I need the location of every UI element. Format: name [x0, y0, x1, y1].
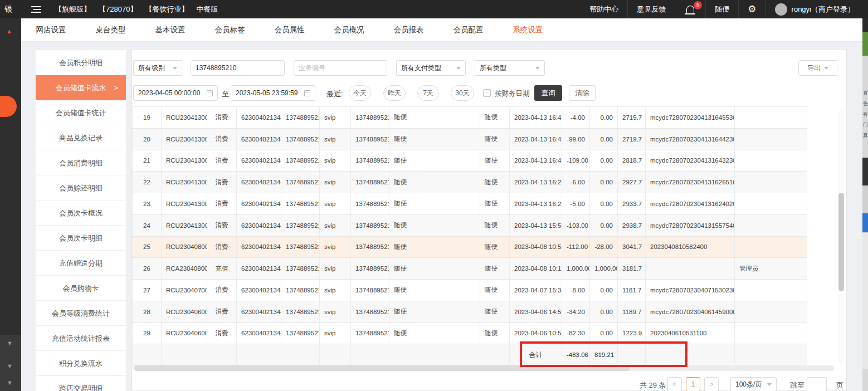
cell-card_no: 6230040213444 [237, 236, 281, 258]
notifications-button[interactable]: 5 [675, 0, 705, 18]
business-no-input[interactable] [299, 64, 382, 72]
sidebar-item-积分兑换流水[interactable]: 积分兑换流水 [36, 351, 126, 376]
vertical-scrollbar[interactable] [838, 109, 844, 365]
sidebar-item-会员消费明细[interactable]: 会员消费明细 [36, 150, 126, 175]
chevron-down-icon[interactable]: ▼ [7, 363, 13, 369]
horizontal-scrollbar[interactable] [133, 365, 834, 371]
tab-系统设置[interactable]: 系统设置 [498, 18, 558, 41]
chevron-up-icon[interactable]: ▲ [6, 28, 12, 35]
store-name-menu[interactable]: 随便 [705, 0, 738, 18]
tab-桌台类型[interactable]: 桌台类型 [81, 18, 140, 41]
feedback-link[interactable]: 意见反馈 [627, 0, 675, 18]
date-to-picker[interactable]: 2023-05-05 23:59:59 [231, 85, 315, 101]
sidebar-item-会员赊还明细[interactable]: 会员赊还明细 [36, 175, 126, 201]
table-row[interactable]: 26RCA2304080001充值62300402134441374889521… [133, 258, 807, 280]
current-page-button[interactable]: 1 [686, 377, 700, 391]
member-search-input[interactable] [196, 64, 280, 72]
cell-balance: 2938.7 [618, 214, 646, 236]
range-button-30天[interactable]: 30天 [451, 85, 474, 101]
chevron-down-icon [456, 67, 461, 70]
help-center-link[interactable]: 帮助中心 [581, 0, 627, 18]
type-select[interactable]: 所有类型 [475, 60, 545, 76]
cell-balance: 2933.7 [618, 193, 646, 215]
collapsed-left-nav: ▲ ▼ ▼ ▼ [0, 18, 21, 391]
tab-会员配置[interactable]: 会员配置 [438, 18, 498, 41]
table-row[interactable]: 24RCU2304130001消费62300402134441374889521… [133, 214, 807, 236]
finance-date-label[interactable]: 按财务日期 [495, 89, 530, 99]
next-page-button[interactable]: > [704, 377, 719, 391]
tab-网店设置[interactable]: 网店设置 [21, 18, 81, 41]
cell-no: 28 [133, 301, 162, 322]
table-row[interactable]: 23RCU2304130002消费62300402134441374889521… [133, 193, 807, 215]
cell-time: 2023-04-13 16:44:28 [510, 128, 562, 150]
jump-page-input[interactable] [807, 377, 827, 391]
tab-会员标签[interactable]: 会员标签 [200, 18, 260, 41]
table-row[interactable]: 28RCU2304060003消费62300402134441374889521… [133, 301, 807, 322]
horizontal-scrollbar-thumb[interactable] [134, 365, 630, 371]
date-from-picker[interactable]: 2023-04-05 00:00:00 [133, 85, 218, 101]
recent-label: 最近: [326, 89, 343, 99]
range-button-7天[interactable]: 7天 [417, 85, 439, 101]
query-button[interactable]: 查询 [534, 85, 562, 101]
cell-no: 25 [133, 236, 162, 258]
range-button-今天[interactable]: 今天 [349, 85, 371, 101]
table-row[interactable]: 27RCU2304070001消费62300402134441374889521… [133, 280, 807, 301]
report-sidebar: 会员积分明细会员储值卡流水>会员储值卡统计商品兑换记录会员消费明细会员赊还明细会… [36, 50, 126, 391]
table-row[interactable]: 20RCU2304130005消费62300402134441374889521… [133, 128, 807, 150]
summary-row: 合计-483.06819.21 [133, 344, 807, 366]
summary-empty-cell [480, 344, 510, 366]
chevron-down-icon[interactable]: ▼ [7, 379, 13, 386]
cell-level: svip [320, 280, 351, 301]
sidebar-item-商品兑换记录[interactable]: 商品兑换记录 [36, 125, 126, 150]
sidebar-item-会员积分明细[interactable]: 会员积分明细 [36, 50, 126, 75]
hamburger-menu-icon[interactable] [31, 6, 41, 13]
cell-balance: 2818.7 [618, 150, 646, 172]
cell-serial [646, 258, 735, 280]
tab-会员报表[interactable]: 会员报表 [379, 18, 438, 41]
cell-phone: 13748895210 [281, 150, 320, 172]
table-row[interactable]: 29RCU2304060002消费62300402134441374889521… [133, 322, 807, 344]
level-select[interactable]: 所有级别 [133, 60, 182, 76]
sidebar-item-会员次卡明细[interactable]: 会员次卡明细 [36, 226, 126, 251]
table-row[interactable]: 19RCU2304130006消费62300402134441374889521… [133, 107, 807, 129]
prev-page-button[interactable]: < [667, 377, 682, 391]
cell-level: svip [320, 258, 351, 280]
cell-gift: 0.00 [590, 322, 618, 344]
cell-no: 19 [133, 107, 162, 129]
summary-empty-cell [281, 344, 320, 366]
export-button[interactable]: 导出 [798, 60, 837, 76]
chevron-down-icon [535, 67, 540, 70]
account-menu[interactable]: rongyi（商户登录） [765, 0, 868, 18]
table-row[interactable]: 22RCU2304130003消费62300402134441374889521… [133, 172, 807, 193]
summary-empty-cell [237, 344, 281, 366]
sidebar-item-跨店交易明细[interactable]: 跨店交易明细 [36, 376, 126, 391]
cell-order_no: RCU2304130003 [162, 172, 207, 193]
cell-balance: 2927.7 [618, 172, 646, 193]
cell-operator [735, 193, 807, 215]
table-row[interactable]: 25RCU2304080002消费62300402134441374889521… [133, 236, 807, 258]
nav-expand-handle[interactable] [0, 96, 17, 117]
cell-name: 随便 [389, 128, 480, 150]
table-row[interactable]: 21RCU2304130004消费62300402134441374889521… [133, 150, 807, 172]
sidebar-item-会员储值卡流水[interactable]: 会员储值卡流水> [36, 75, 126, 100]
page-size-select[interactable]: 100条/页 [730, 377, 777, 391]
sidebar-item-会员购物卡[interactable]: 会员购物卡 [36, 276, 126, 301]
pay-type-select[interactable]: 所有支付类型 [396, 60, 466, 76]
cell-amount: -8.00 [562, 280, 590, 301]
clear-button[interactable]: 清除 [569, 85, 596, 101]
sidebar-item-充值活动统计报表[interactable]: 充值活动统计报表 [36, 326, 126, 351]
sidebar-item-会员储值卡统计[interactable]: 会员储值卡统计 [36, 100, 126, 125]
chevron-down-icon[interactable]: ▼ [7, 340, 13, 346]
settings-button[interactable]: ⚙ [738, 0, 765, 18]
tab-会员属性[interactable]: 会员属性 [260, 18, 319, 41]
cell-amount: -34.20 [562, 301, 590, 322]
sidebar-item-会员次卡概况[interactable]: 会员次卡概况 [36, 201, 126, 226]
finance-date-checkbox[interactable] [483, 89, 491, 97]
sidebar-item-会员等级消费统计[interactable]: 会员等级消费统计 [36, 301, 126, 326]
sidebar-item-充值赠送分期[interactable]: 充值赠送分期 [36, 251, 126, 276]
tab-会员概况[interactable]: 会员概况 [319, 18, 379, 41]
range-button-昨天[interactable]: 昨天 [383, 85, 406, 101]
vertical-scrollbar-thumb[interactable] [838, 193, 844, 291]
cell-type: 消费 [207, 301, 237, 322]
tab-基本设置[interactable]: 基本设置 [140, 18, 200, 41]
